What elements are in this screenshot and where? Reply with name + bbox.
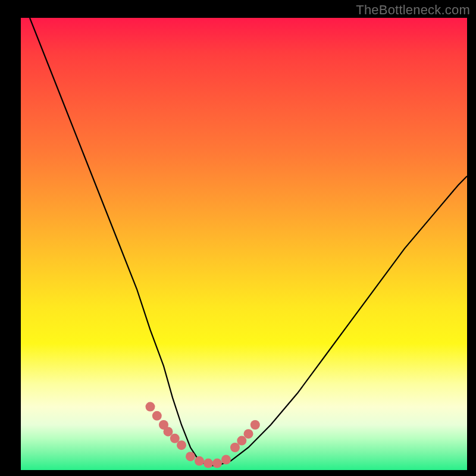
bottleneck-curve-line bbox=[30, 18, 467, 465]
curve-markers bbox=[146, 402, 260, 468]
curve-marker-dot bbox=[250, 420, 260, 430]
plot-area bbox=[21, 18, 467, 470]
curve-marker-dot bbox=[186, 452, 195, 461]
curve-marker-dot bbox=[152, 411, 162, 421]
curve-marker-dot bbox=[170, 434, 180, 443]
chart-frame: TheBottleneck.com bbox=[0, 0, 476, 476]
curve-marker-dot bbox=[177, 440, 186, 450]
curve-marker-dot bbox=[221, 455, 231, 465]
curve-marker-dot bbox=[237, 436, 246, 446]
watermark-text: TheBottleneck.com bbox=[356, 2, 470, 18]
curve-marker-dot bbox=[146, 402, 155, 412]
curve-marker-dot bbox=[203, 459, 213, 468]
curve-marker-dot bbox=[195, 456, 204, 466]
curve-marker-dot bbox=[212, 459, 222, 468]
bottleneck-curve-svg bbox=[21, 18, 467, 470]
curve-marker-dot bbox=[230, 443, 240, 452]
curve-marker-dot bbox=[244, 429, 253, 439]
curve-marker-dot bbox=[164, 427, 173, 436]
